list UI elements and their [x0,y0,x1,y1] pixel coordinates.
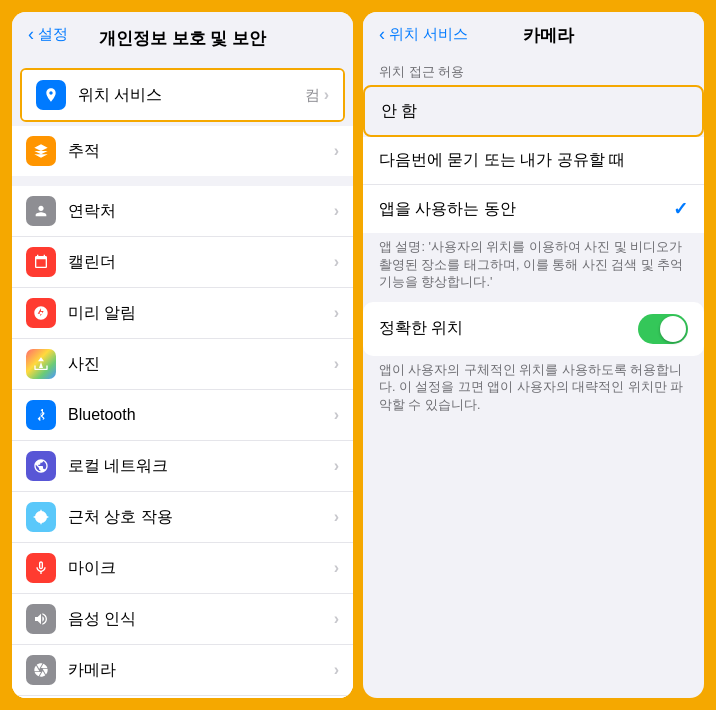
bluetooth-chevron: › [334,406,339,424]
bluetooth-icon [26,400,56,430]
contacts-item[interactable]: 연락처 › [12,186,353,237]
photos-chevron: › [334,355,339,373]
tracking-icon [26,136,56,166]
tracking-item[interactable]: 추적 › [12,126,353,176]
contacts-icon [26,196,56,226]
apps-group: 연락처 › 캘린더 › 미리 알림 › [12,186,353,698]
location-badge: 컴 [305,86,320,105]
ask-option[interactable]: 다음번에 묻기 또는 내가 공유할 때 [363,137,704,185]
nearbyinteraction-item[interactable]: 근처 상호 작용 › [12,492,353,543]
health-item[interactable]: 건강 › [12,696,353,698]
contacts-chevron: › [334,202,339,220]
left-header: ‹ 설정 개인정보 보호 및 보안 [12,12,353,64]
precise-toggle[interactable] [638,314,688,344]
tracking-right: › [334,142,339,160]
localnetwork-icon [26,451,56,481]
camera-icon [26,655,56,685]
microphone-icon [26,553,56,583]
camera-item[interactable]: 카메라 › [12,645,353,696]
never-label: 안 함 [381,101,686,122]
while-using-label: 앱을 사용하는 동안 [379,199,673,220]
checkmark-icon: ✓ [673,198,688,220]
location-label: 위치 서비스 [78,85,305,106]
nearbyinteraction-chevron: › [334,508,339,526]
right-content: 위치 접근 허용 안 함 다음번에 묻기 또는 내가 공유할 때 앱을 사용하는… [363,55,704,698]
microphone-item[interactable]: 마이크 › [12,543,353,594]
tracking-chevron: › [334,142,339,160]
location-icon [36,80,66,110]
tracking-label: 추적 [68,141,334,162]
calendar-label: 캘린더 [68,252,334,273]
right-title: 카메라 [408,24,688,47]
while-using-option[interactable]: 앱을 사용하는 동안 ✓ [363,185,704,233]
calendar-chevron: › [334,253,339,271]
speechrecog-icon [26,604,56,634]
options-group: 다음번에 묻기 또는 내가 공유할 때 앱을 사용하는 동안 ✓ [363,137,704,233]
localnetwork-label: 로컬 네트워크 [68,456,334,477]
reminders-chevron: › [334,304,339,322]
app-desc: 앱 설명: '사용자의 위치를 이용하여 사진 및 비디오가 촬영된 장소를 태… [363,233,704,302]
calendar-item[interactable]: 캘린더 › [12,237,353,288]
photos-label: 사진 [68,354,334,375]
reminders-label: 미리 알림 [68,303,334,324]
precise-toggle-row: 정확한 위치 [363,302,704,356]
nearbyinteraction-icon [26,502,56,532]
left-title: 개인정보 보호 및 보안 [28,27,337,56]
camera-chevron: › [334,661,339,679]
section-label: 위치 접근 허용 [363,55,704,85]
location-highlighted: 위치 서비스 컴 › [20,68,345,122]
left-panel: ‹ 설정 개인정보 보호 및 보안 위치 서비스 컴 › [12,12,353,698]
speechrecog-item[interactable]: 음성 인식 › [12,594,353,645]
precise-label: 정확한 위치 [379,318,638,339]
tracking-group: 추적 › [12,126,353,176]
bluetooth-label: Bluetooth [68,406,334,424]
left-settings-list: 위치 서비스 컴 › 추적 › [12,64,353,698]
right-panel: ‹ 위치 서비스 카메라 위치 접근 허용 안 함 다음번에 묻기 또는 내가 … [363,12,704,698]
nearbyinteraction-label: 근처 상호 작용 [68,507,334,528]
calendar-icon [26,247,56,277]
microphone-label: 마이크 [68,558,334,579]
reminders-item[interactable]: 미리 알림 › [12,288,353,339]
location-item[interactable]: 위치 서비스 컴 › [22,70,343,120]
contacts-label: 연락처 [68,201,334,222]
location-right: 컴 › [305,86,329,105]
precise-desc: 앱이 사용자의 구체적인 위치를 사용하도록 허용합니다. 이 설정을 끄면 앱… [363,356,704,425]
never-option-highlighted: 안 함 [363,85,704,137]
never-option[interactable]: 안 함 [365,87,702,135]
speechrecog-label: 음성 인식 [68,609,334,630]
precise-location-group: 정확한 위치 [363,302,704,356]
localnetwork-chevron: › [334,457,339,475]
photos-item[interactable]: 사진 › [12,339,353,390]
bluetooth-item[interactable]: Bluetooth › [12,390,353,441]
localnetwork-item[interactable]: 로컬 네트워크 › [12,441,353,492]
location-chevron: › [324,86,329,104]
reminders-icon [26,298,56,328]
camera-label: 카메라 [68,660,334,681]
right-back-chevron-icon: ‹ [379,24,385,45]
speechrecog-chevron: › [334,610,339,628]
toggle-knob [660,316,686,342]
microphone-chevron: › [334,559,339,577]
right-header: ‹ 위치 서비스 카메라 [363,12,704,55]
ask-label: 다음번에 묻기 또는 내가 공유할 때 [379,150,688,171]
photos-icon [26,349,56,379]
